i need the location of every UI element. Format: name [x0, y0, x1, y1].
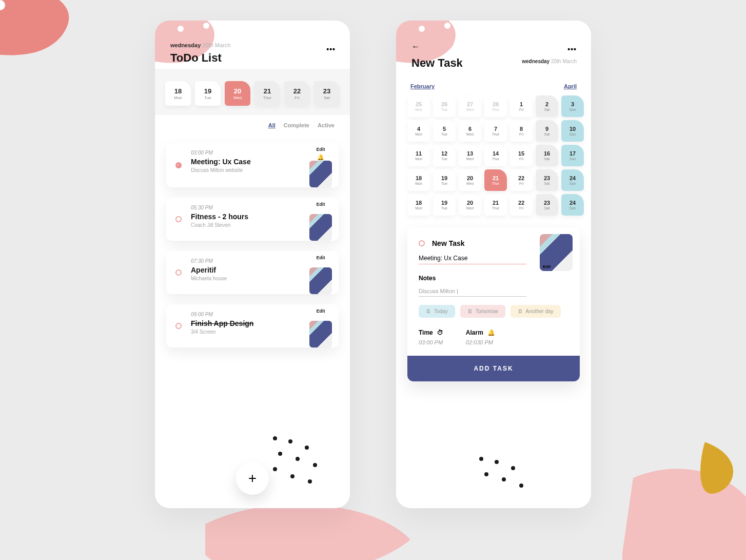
- new-task-card: Edit New Task Notes Discuss Milton | 🗓To…: [407, 228, 580, 381]
- task-card[interactable]: 05:30 PMFitness - 2 hoursCoach Jill Stev…: [166, 198, 339, 241]
- calendar-day[interactable]: 22Fri: [510, 169, 533, 191]
- day-cell[interactable]: 22Fri: [284, 81, 310, 106]
- calendar-day[interactable]: 28Thur: [484, 95, 507, 117]
- calendar-day[interactable]: 16Sat: [536, 145, 558, 166]
- edit-button[interactable]: Edit: [317, 251, 325, 262]
- task-time: 05:30 PM: [191, 205, 301, 210]
- calendar-day[interactable]: 18Mon: [407, 194, 430, 216]
- calendar-day[interactable]: 20Wed: [459, 194, 481, 216]
- edit-button[interactable]: Edit: [317, 143, 325, 154]
- task-subtitle: 3/4 Screen: [191, 329, 301, 335]
- calendar-day[interactable]: 23Sat: [536, 169, 558, 191]
- calendar-day[interactable]: 15Fri: [510, 145, 533, 166]
- back-icon[interactable]: ←: [411, 42, 420, 51]
- calendar-day[interactable]: 19Tue: [433, 194, 456, 216]
- calendar-day[interactable]: 27Wed: [459, 95, 481, 117]
- chip-another-day[interactable]: 🗓Another day: [511, 305, 561, 318]
- task-thumbnail: [309, 161, 332, 187]
- task-card[interactable]: 03:00 PMMeeting: Ux CaseDiscuss Milton w…: [166, 143, 339, 187]
- task-subtitle: Discuss Milton website: [191, 167, 301, 173]
- task-time: 03:00 PM: [191, 150, 301, 156]
- calendar-day[interactable]: 20Wed: [459, 169, 481, 191]
- calendar-day[interactable]: 5Tue: [433, 120, 456, 142]
- next-month-link[interactable]: April: [564, 83, 577, 89]
- task-card[interactable]: 07:30 PMAperitifMichaela houseEdit: [166, 251, 339, 294]
- task-subtitle: Michaela house: [191, 276, 301, 281]
- day-cell[interactable]: 18Mon: [165, 81, 191, 106]
- prev-month-link[interactable]: February: [410, 83, 435, 89]
- calendar-icon: 🗓: [426, 308, 431, 314]
- polka-dots-icon: [268, 436, 345, 498]
- new-task-heading: New Task: [432, 239, 465, 247]
- filter-active[interactable]: Active: [318, 122, 335, 128]
- calendar-day[interactable]: 10Sun: [561, 120, 584, 142]
- calendar-grid: 25Mon26Tue27Wed28Thur1Fri2Sat3Sun4Mon5Tu…: [396, 92, 591, 221]
- task-thumbnail: [309, 214, 332, 241]
- calendar-icon: 🗓: [518, 308, 523, 314]
- task-thumbnail: [309, 267, 332, 294]
- calendar-day[interactable]: 9Sat: [536, 120, 558, 142]
- calendar-icon: 🗓: [467, 308, 473, 314]
- chip-tomorrow[interactable]: 🗓Tomorrow: [460, 305, 505, 318]
- calendar-day[interactable]: 22Fri: [510, 194, 533, 216]
- more-icon[interactable]: •••: [567, 45, 577, 53]
- more-icon[interactable]: •••: [326, 45, 336, 53]
- calendar-day[interactable]: 6Wed: [459, 120, 481, 142]
- day-cell[interactable]: 20Wed: [225, 81, 250, 106]
- calendar-day[interactable]: 13Wed: [459, 145, 481, 166]
- status-dot-icon[interactable]: [175, 323, 182, 329]
- bell-icon: 🔔: [487, 329, 495, 336]
- calendar-day[interactable]: 12Tue: [433, 145, 456, 166]
- calendar-day[interactable]: 7Thur: [484, 120, 507, 142]
- page-title: ToDo List: [170, 51, 335, 65]
- calendar-day[interactable]: 14Thur: [484, 145, 507, 166]
- plus-icon: +: [248, 470, 257, 487]
- task-title: Meeting: Ux Case: [191, 158, 301, 166]
- status-dot-icon[interactable]: [175, 269, 182, 276]
- calendar-day[interactable]: 11Mon: [407, 145, 430, 166]
- calendar-day[interactable]: 4Mon: [407, 120, 430, 142]
- calendar-day[interactable]: 24Sun: [561, 169, 584, 191]
- edit-button[interactable]: Edit: [317, 198, 325, 209]
- calendar-day[interactable]: 1Fri: [510, 95, 533, 117]
- filter-row: All Complete Active: [155, 115, 350, 130]
- task-card[interactable]: 09:00 PMFinish App Design3/4 ScreenEdit: [166, 304, 339, 347]
- status-dot-icon[interactable]: [175, 216, 182, 222]
- task-name-input[interactable]: [419, 252, 526, 264]
- task-thumbnail[interactable]: Edit: [540, 234, 573, 271]
- calendar-day[interactable]: 25Mon: [407, 95, 430, 117]
- calendar-day[interactable]: 3Sun: [561, 95, 584, 117]
- add-task-button[interactable]: ADD TASK: [407, 356, 580, 381]
- notes-input[interactable]: Discuss Milton |: [419, 285, 526, 297]
- calendar-day[interactable]: 2Sat: [536, 95, 558, 117]
- task-list: 03:00 PMMeeting: Ux CaseDiscuss Milton w…: [155, 130, 350, 347]
- edit-button[interactable]: Edit: [317, 304, 325, 316]
- calendar-day[interactable]: 24Sun: [561, 194, 584, 216]
- day-cell[interactable]: 19Tue: [195, 81, 221, 106]
- calendar-day[interactable]: 23Sat: [536, 194, 558, 216]
- calendar-day[interactable]: 18Mon: [407, 169, 430, 191]
- phone-todo-list: wednesday 20th March ToDo List ••• 18Mon…: [155, 21, 350, 508]
- add-task-fab[interactable]: +: [236, 462, 269, 495]
- calendar-day[interactable]: 19Tue: [433, 169, 456, 191]
- polka-dots-icon: [474, 457, 551, 508]
- day-cell[interactable]: 21Thur: [254, 81, 280, 106]
- calendar-day[interactable]: 26Tue: [433, 95, 456, 117]
- calendar-day[interactable]: 21Thur: [484, 169, 507, 191]
- alarm-value[interactable]: 02:030 PM: [466, 339, 495, 345]
- task-title: Finish App Design: [191, 319, 301, 327]
- phone-new-task: ← New Task ••• wednesday 20th March Febr…: [396, 21, 591, 508]
- calendar-day[interactable]: 17Sun: [561, 145, 584, 166]
- task-time: 07:30 PM: [191, 258, 301, 264]
- calendar-day[interactable]: 8Fri: [510, 120, 533, 142]
- alarm-label: Alarm🔔: [466, 329, 495, 336]
- notes-label: Notes: [419, 275, 568, 282]
- time-value[interactable]: 03:00 PM: [419, 339, 443, 345]
- day-cell[interactable]: 23Sat: [314, 81, 340, 106]
- filter-all[interactable]: All: [268, 122, 276, 128]
- calendar-day[interactable]: 21Thur: [484, 194, 507, 216]
- filter-complete[interactable]: Complete: [284, 122, 309, 128]
- chip-today[interactable]: 🗓Today: [419, 305, 455, 318]
- task-time: 09:00 PM: [191, 312, 301, 317]
- status-dot-icon[interactable]: [175, 162, 182, 168]
